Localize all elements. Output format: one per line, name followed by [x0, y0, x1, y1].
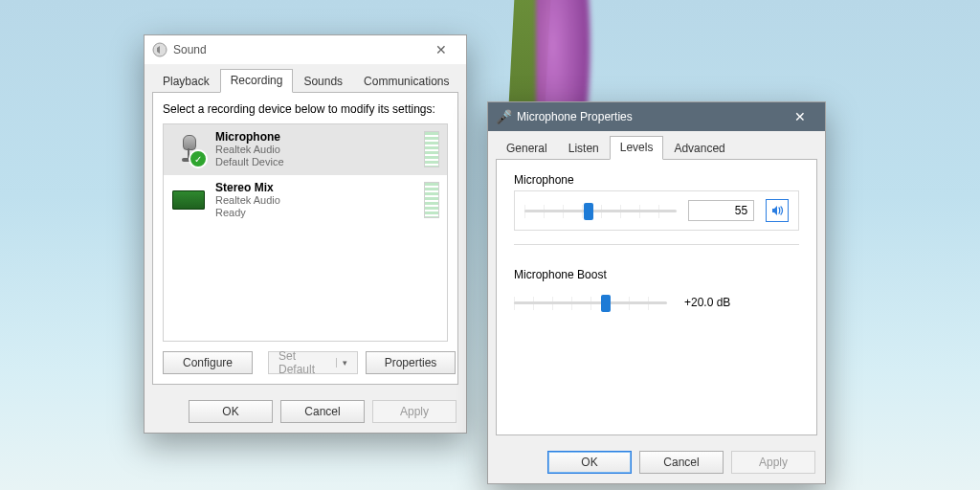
sound-dialog-buttons: OK Cancel Apply [145, 392, 466, 433]
device-vendor: Realtek Audio [215, 144, 418, 156]
device-action-row: Configure Set Default ▾ Properties [153, 342, 457, 384]
tab-advanced[interactable]: Advanced [663, 137, 735, 160]
slider-thumb[interactable] [601, 295, 611, 312]
cancel-button[interactable]: Cancel [280, 400, 365, 423]
sound-title: Sound [173, 43, 422, 56]
microphone-icon: ✓ [171, 132, 206, 167]
close-icon[interactable]: ✕ [781, 103, 819, 130]
mic-level-label: Microphone [514, 173, 799, 187]
recording-device-list[interactable]: ✓ Microphone Realtek Audio Default Devic… [163, 123, 448, 342]
boost-group: Microphone Boost +20.0 dB [497, 255, 816, 323]
tab-listen[interactable]: Listen [558, 137, 610, 160]
cancel-button[interactable]: Cancel [639, 451, 724, 474]
device-status: Ready [215, 207, 418, 219]
tab-general[interactable]: General [496, 137, 558, 160]
sound-window: Sound ✕ Playback Recording Sounds Commun… [144, 34, 467, 434]
apply-button[interactable]: Apply [372, 400, 457, 423]
device-microphone[interactable]: ✓ Microphone Realtek Audio Default Devic… [164, 124, 447, 175]
props-tab-frame: Microphone 55 Microphone Boost [496, 159, 817, 435]
mic-level-group: Microphone 55 [497, 160, 816, 234]
boost-value: +20.0 dB [679, 293, 757, 312]
recording-instruction: Select a recording device below to modif… [153, 93, 457, 123]
props-tabs: General Listen Levels Advanced [488, 131, 825, 159]
ok-button[interactable]: OK [189, 400, 273, 423]
sound-tabs: Playback Recording Sounds Communications [145, 64, 466, 92]
boost-row: +20.0 dB [514, 285, 799, 320]
device-stereo-mix[interactable]: Stereo Mix Realtek Audio Ready [164, 175, 447, 226]
device-vendor: Realtek Audio [215, 194, 418, 207]
sound-tab-frame: Select a recording device below to modif… [152, 92, 458, 385]
tab-communications[interactable]: Communications [353, 70, 459, 93]
device-info: Stereo Mix Realtek Audio Ready [215, 181, 418, 219]
device-info: Microphone Realtek Audio Default Device [215, 130, 418, 168]
props-title: Microphone Properties [517, 110, 781, 123]
props-dialog-buttons: OK Cancel Apply [488, 443, 825, 483]
device-name: Microphone [215, 130, 418, 144]
mic-level-slider[interactable] [524, 201, 677, 220]
mic-level-row: 55 [514, 190, 799, 231]
props-titlebar[interactable]: 🎤 Microphone Properties ✕ [488, 102, 825, 131]
level-meter-icon [424, 182, 439, 218]
sound-icon [152, 42, 167, 57]
level-meter-icon [424, 131, 439, 167]
slider-thumb[interactable] [584, 203, 593, 220]
mic-properties-window: 🎤 Microphone Properties ✕ General Listen… [487, 101, 826, 484]
tab-sounds[interactable]: Sounds [293, 70, 353, 93]
apply-button[interactable]: Apply [731, 451, 815, 474]
microphone-icon: 🎤 [496, 109, 511, 124]
speaker-icon[interactable] [766, 199, 789, 222]
soundcard-icon [171, 183, 206, 217]
mic-level-value[interactable]: 55 [688, 200, 755, 221]
set-default-label: Set Default [278, 349, 330, 376]
set-default-button[interactable]: Set Default ▾ [268, 351, 358, 374]
device-name: Stereo Mix [215, 181, 418, 194]
tab-playback[interactable]: Playback [152, 70, 220, 93]
boost-label: Microphone Boost [514, 268, 799, 281]
configure-button[interactable]: Configure [163, 351, 253, 374]
sound-titlebar[interactable]: Sound ✕ [145, 35, 466, 64]
tab-levels[interactable]: Levels [610, 136, 664, 160]
default-check-icon: ✓ [189, 149, 208, 168]
tab-recording[interactable]: Recording [220, 69, 294, 93]
boost-slider[interactable] [514, 293, 667, 312]
ok-button[interactable]: OK [547, 451, 632, 474]
device-status: Default Device [215, 156, 418, 168]
separator [514, 244, 799, 245]
properties-button[interactable]: Properties [366, 351, 456, 374]
chevron-down-icon: ▾ [336, 358, 347, 368]
close-icon[interactable]: ✕ [422, 36, 460, 63]
